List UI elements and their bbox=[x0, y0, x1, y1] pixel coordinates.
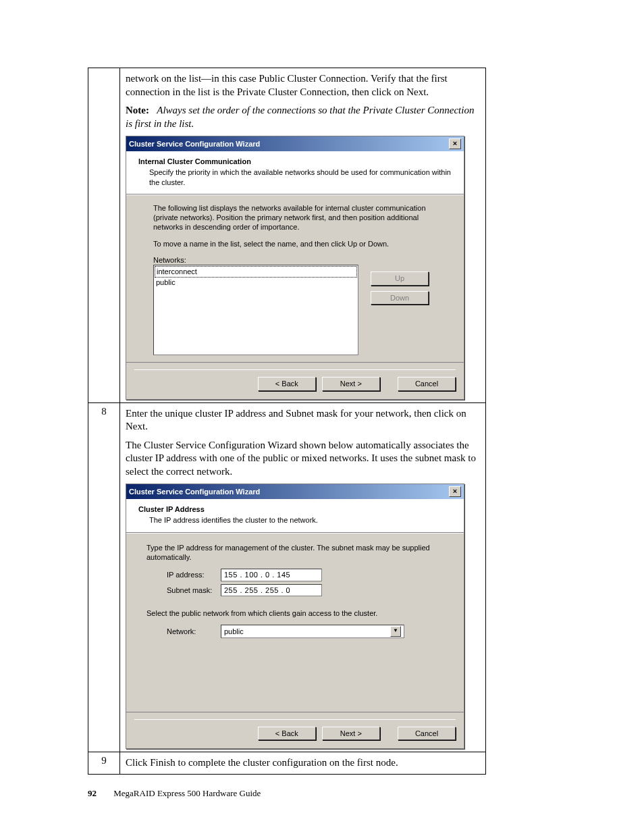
wizard-cluster-ip: Cluster Service Configuration Wizard × C… bbox=[126, 484, 464, 749]
note-text: Always set the order of the connections … bbox=[126, 105, 474, 129]
wizard-header-sub: Specify the priority in which the availa… bbox=[138, 167, 452, 187]
wizard-header-title: Cluster IP Address bbox=[138, 504, 452, 514]
step8-p1: Enter the unique cluster IP address and … bbox=[126, 407, 480, 434]
step-number: 9 bbox=[88, 752, 120, 775]
network-dropdown[interactable]: public ▼ bbox=[221, 625, 404, 638]
wizard-body-p1: The following list displays the networks… bbox=[153, 203, 437, 232]
page-number: 92 bbox=[88, 788, 97, 798]
wizard-header-title: Internal Cluster Communication bbox=[138, 157, 452, 166]
footer-title: MegaRAID Express 500 Hardware Guide bbox=[113, 788, 261, 798]
cancel-button[interactable]: Cancel bbox=[398, 727, 456, 740]
step-number-blank bbox=[88, 68, 120, 403]
wizard-title: Cluster Service Configuration Wizard bbox=[129, 139, 260, 149]
step9-p1: Click Finish to complete the cluster con… bbox=[126, 756, 480, 770]
subnet-mask-input[interactable]: 255 . 255 . 255 . 0 bbox=[221, 584, 322, 596]
note-label: Note: bbox=[126, 105, 149, 115]
networks-listbox[interactable]: interconnect public bbox=[153, 265, 358, 355]
next-button[interactable]: Next > bbox=[322, 727, 380, 740]
steps-table: network on the list—in this case Public … bbox=[88, 68, 486, 775]
mask-label: Subnet mask: bbox=[167, 585, 221, 595]
close-icon[interactable]: × bbox=[449, 486, 461, 497]
wizard2-body-p1: Type the IP address for management of th… bbox=[146, 543, 444, 563]
list-item[interactable]: public bbox=[155, 278, 357, 287]
ip-address-input[interactable]: 155 . 100 . 0 . 145 bbox=[221, 569, 322, 581]
step7-note: Note: Always set the order of the connec… bbox=[126, 104, 480, 130]
wizard-internal-cluster: Cluster Service Configuration Wizard × I… bbox=[126, 136, 464, 400]
wizard-titlebar: Cluster Service Configuration Wizard × bbox=[126, 484, 464, 499]
wizard2-body-p2: Select the public network from which cli… bbox=[146, 608, 444, 618]
next-button[interactable]: Next > bbox=[322, 377, 380, 390]
wizard-header: Internal Cluster Communication Specify t… bbox=[126, 151, 464, 194]
back-button[interactable]: < Back bbox=[258, 727, 316, 740]
down-button[interactable]: Down bbox=[371, 291, 429, 305]
chevron-down-icon[interactable]: ▼ bbox=[390, 626, 401, 637]
up-button[interactable]: Up bbox=[371, 271, 429, 285]
step-number: 8 bbox=[88, 402, 120, 752]
wizard-header-sub: The IP address identifies the cluster to… bbox=[138, 515, 452, 525]
network-label: Network: bbox=[167, 627, 221, 636]
cancel-button[interactable]: Cancel bbox=[398, 377, 456, 390]
wizard-body-p2: To move a name in the list, select the n… bbox=[153, 239, 437, 249]
back-button[interactable]: < Back bbox=[258, 377, 316, 390]
page-footer: 92 MegaRAID Express 500 Hardware Guide bbox=[88, 788, 261, 799]
close-icon[interactable]: × bbox=[449, 138, 461, 149]
ip-label: IP address: bbox=[167, 570, 221, 579]
step7-intro: network on the list—in this case Public … bbox=[126, 72, 480, 99]
wizard-title: Cluster Service Configuration Wizard bbox=[129, 487, 260, 496]
wizard-header: Cluster IP Address The IP address identi… bbox=[126, 499, 464, 533]
networks-label: Networks: bbox=[153, 255, 437, 265]
wizard-titlebar: Cluster Service Configuration Wizard × bbox=[126, 136, 464, 151]
list-item[interactable]: interconnect bbox=[155, 266, 357, 277]
network-dropdown-value: public bbox=[224, 627, 244, 636]
step8-p2: The Cluster Service Configuration Wizard… bbox=[126, 439, 480, 479]
